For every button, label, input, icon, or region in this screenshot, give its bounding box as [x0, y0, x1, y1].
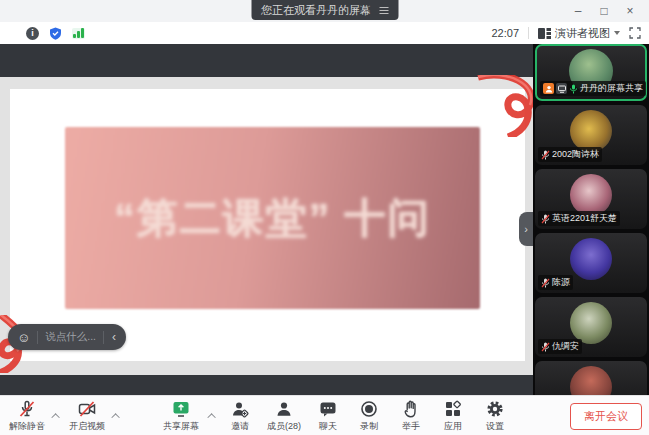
window-controls: – □ ×	[565, 0, 643, 22]
unmute-button[interactable]: 解除静音	[4, 397, 50, 435]
participant-tile[interactable]: 英语2201舒天楚	[535, 169, 647, 229]
watching-banner: 您正在观看丹丹的屏幕	[251, 0, 398, 20]
presenter-badge-icon	[543, 83, 554, 94]
meeting-info-icon[interactable]: i	[26, 27, 39, 40]
meeting-timer: 22:07	[491, 27, 519, 39]
invite-person-icon	[230, 399, 250, 419]
chat-quick-bar: ☺ 说点什么... ‹	[8, 324, 126, 350]
shared-screen-area: “第二课堂” 十问 ☺ 说点什么... ‹ ›	[0, 44, 533, 395]
chat-bubble-icon	[318, 399, 338, 419]
participant-name: 英语2201舒天楚	[552, 212, 617, 225]
camera-off-icon	[77, 399, 97, 419]
mic-muted-icon	[17, 399, 37, 419]
layout-icon	[538, 28, 551, 39]
record-icon	[359, 399, 379, 419]
chat-collapse-icon[interactable]: ‹	[111, 330, 117, 344]
mic-muted-icon	[541, 214, 550, 224]
menubar: i 22:07 演讲者视图	[0, 22, 649, 44]
invite-button[interactable]: 邀请	[220, 397, 260, 435]
sidebar-collapse-handle[interactable]: ›	[519, 212, 533, 246]
network-signal-icon[interactable]	[72, 28, 85, 39]
mic-active-icon	[569, 84, 578, 94]
participant-name: 2002陶诗林	[552, 148, 599, 161]
mic-muted-icon	[541, 342, 550, 352]
avatar	[570, 110, 612, 152]
share-letterbox-top	[0, 44, 533, 77]
record-button[interactable]: 录制	[348, 397, 390, 435]
members-icon	[274, 399, 294, 419]
mic-muted-icon	[541, 278, 550, 288]
raised-hand-icon	[401, 399, 421, 419]
slide-title-banner: “第二课堂” 十问	[65, 127, 480, 309]
close-button[interactable]: ×	[617, 0, 643, 22]
security-shield-icon[interactable]	[49, 27, 62, 40]
participant-tile[interactable]: 仇绸安	[535, 297, 647, 357]
emoji-icon[interactable]: ☺	[17, 331, 30, 344]
settings-button[interactable]: 设置	[474, 397, 516, 435]
mic-options-chevron[interactable]	[50, 397, 64, 435]
avatar	[570, 366, 612, 395]
slide-title: “第二课堂” 十问	[114, 191, 430, 246]
participant-tile[interactable]: 丹丹的屏幕共享	[535, 44, 647, 101]
participant-label: 丹丹的屏幕共享	[540, 81, 646, 96]
participant-label: 陈源	[538, 275, 573, 290]
avatar	[570, 174, 612, 216]
start-video-button[interactable]: 开启视频	[64, 397, 110, 435]
video-options-chevron[interactable]	[110, 397, 124, 435]
minimize-button[interactable]: –	[565, 0, 591, 22]
share-options-chevron[interactable]	[206, 397, 220, 435]
screenshare-badge-icon	[556, 83, 567, 94]
presentation-slide: “第二课堂” 十问	[10, 89, 525, 361]
participant-label: 英语2201舒天楚	[538, 211, 620, 226]
participant-label: 2002陶诗林	[538, 147, 602, 162]
apps-button[interactable]: 应用	[432, 397, 474, 435]
leave-meeting-button[interactable]: 离开会议	[570, 403, 642, 430]
watching-label: 您正在观看丹丹的屏幕	[261, 0, 371, 20]
share-screen-icon	[171, 399, 191, 419]
mic-muted-icon	[541, 150, 550, 160]
participant-tile[interactable]	[535, 361, 647, 395]
fullscreen-icon[interactable]	[629, 27, 641, 39]
chevron-down-icon	[614, 31, 620, 35]
apps-grid-icon	[443, 399, 463, 419]
participant-tile[interactable]: 2002陶诗林	[535, 105, 647, 165]
participant-tile[interactable]: 陈源	[535, 233, 647, 293]
participant-name: 仇绸安	[552, 340, 579, 353]
share-letterbox-bottom	[0, 375, 533, 395]
meeting-window: 您正在观看丹丹的屏幕 – □ × i 22:07 演	[0, 0, 649, 435]
members-button[interactable]: 成员(28)	[260, 397, 308, 435]
banner-menu-icon[interactable]	[379, 7, 388, 14]
maximize-button[interactable]: □	[591, 0, 617, 22]
bottom-toolbar: 解除静音 开启视频 共享屏幕 邀请 成	[0, 395, 649, 435]
participant-name: 丹丹的屏幕共享	[580, 82, 643, 95]
participant-label: 仇绸安	[538, 339, 582, 354]
avatar	[570, 302, 612, 344]
view-mode-label: 演讲者视图	[555, 26, 610, 41]
share-screen-button[interactable]: 共享屏幕	[156, 397, 206, 435]
chat-button[interactable]: 聊天	[308, 397, 348, 435]
participant-name: 陈源	[552, 276, 570, 289]
chat-input[interactable]: 说点什么...	[45, 330, 96, 344]
avatar	[570, 238, 612, 280]
participants-sidebar: 丹丹的屏幕共享 2002陶诗林 英语2201舒天楚	[533, 44, 649, 395]
raise-hand-button[interactable]: 举手	[390, 397, 432, 435]
titlebar: 您正在观看丹丹的屏幕 – □ ×	[0, 0, 649, 22]
gear-icon	[485, 399, 505, 419]
view-mode-switcher[interactable]: 演讲者视图	[538, 26, 620, 41]
